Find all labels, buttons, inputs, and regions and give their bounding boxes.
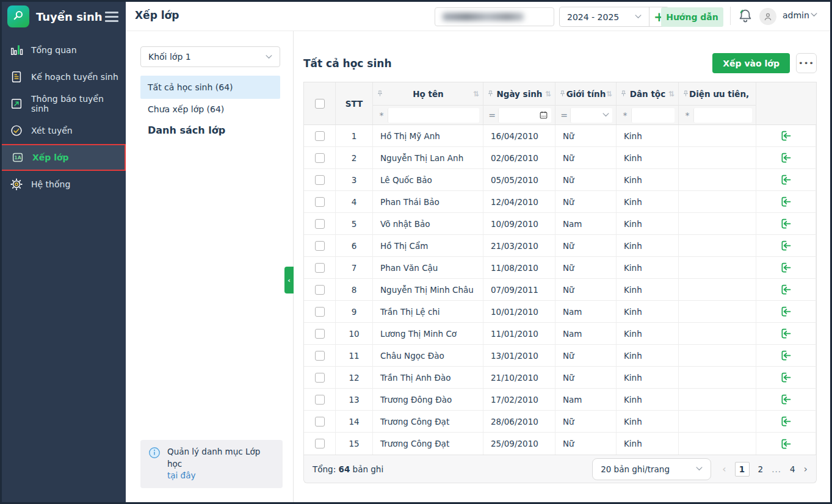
pin-icon[interactable] xyxy=(620,90,627,97)
row-checkbox[interactable] xyxy=(315,153,325,163)
row-checkbox[interactable] xyxy=(315,197,325,207)
page-4[interactable]: 4 xyxy=(790,464,795,474)
assign-student-icon[interactable] xyxy=(780,195,792,208)
prev-page-icon[interactable]: ‹ xyxy=(722,463,726,475)
row-checkbox[interactable] xyxy=(315,373,325,383)
pin-icon[interactable] xyxy=(559,90,566,97)
assign-student-icon[interactable] xyxy=(780,305,792,318)
gender-filter-select[interactable] xyxy=(570,108,612,123)
filter-unassigned-students[interactable]: Chưa xếp lớp (64) xyxy=(140,99,280,120)
row-checkbox[interactable] xyxy=(315,131,325,141)
assign-student-icon[interactable] xyxy=(780,129,792,142)
more-actions-button[interactable]: ••• xyxy=(796,53,817,73)
sidebar-item-overview[interactable]: Tổng quan xyxy=(0,37,126,63)
table-row: 7 Phan Văn Cậu 11/08/2010 Nữ Kinh xyxy=(304,257,816,279)
assign-student-icon[interactable] xyxy=(780,349,792,362)
cell-dob: 21/10/2010 xyxy=(483,367,555,388)
ethnicity-filter-input[interactable] xyxy=(631,108,675,123)
page-1[interactable]: 1 xyxy=(735,462,750,477)
pin-icon[interactable] xyxy=(377,90,383,97)
assign-student-icon[interactable] xyxy=(780,217,792,230)
menu-toggle-icon[interactable] xyxy=(105,10,118,23)
pin-icon[interactable] xyxy=(487,90,494,97)
collapse-panel-handle[interactable]: ‹ xyxy=(284,267,294,293)
filter-operator[interactable]: * xyxy=(620,110,630,120)
select-all-checkbox[interactable] xyxy=(315,99,325,109)
sort-icon[interactable]: ⇅ xyxy=(545,90,551,98)
sort-icon[interactable]: ⇅ xyxy=(473,90,479,98)
row-checkbox[interactable] xyxy=(315,417,325,427)
sidebar-item-admission-review[interactable]: Xét tuyển xyxy=(0,117,126,144)
assign-student-icon[interactable] xyxy=(780,261,792,274)
filter-operator[interactable]: * xyxy=(377,110,386,120)
filter-all-students[interactable]: Tất cả học sinh (64) xyxy=(140,76,280,99)
guide-button[interactable]: Hướng dẫn xyxy=(661,7,723,27)
grade-select[interactable]: Khối lớp 1 xyxy=(140,46,280,67)
main-content: Tất cả học sinh Xếp vào lớp ••• STT Họ t… xyxy=(294,31,832,504)
sidebar-item-label: Kế hoạch tuyển sinh xyxy=(31,72,118,82)
pin-icon[interactable] xyxy=(682,90,689,97)
name-filter-input[interactable] xyxy=(388,108,479,123)
sidebar-item-admission-announcement[interactable]: Thông báo tuyển sinh xyxy=(0,90,126,117)
filter-operator[interactable]: = xyxy=(559,110,569,120)
chevron-down-icon xyxy=(635,15,642,19)
school-search-input[interactable] xyxy=(435,7,554,26)
column-title[interactable]: Họ tên xyxy=(383,89,473,99)
cell-stt: 9 xyxy=(336,301,373,322)
row-checkbox[interactable] xyxy=(315,175,325,185)
app-window: Tuyển sinh Tổng quan Kế hoạch tuyển sinh xyxy=(0,0,832,504)
info-link[interactable]: tại đây xyxy=(167,470,195,480)
sidebar-item-system[interactable]: Hệ thống xyxy=(0,171,126,198)
row-checkbox[interactable] xyxy=(315,263,325,273)
assign-student-icon[interactable] xyxy=(780,415,792,428)
assign-student-icon[interactable] xyxy=(780,173,792,186)
chevron-down-icon[interactable] xyxy=(811,13,817,17)
assign-student-icon[interactable] xyxy=(780,327,792,340)
cell-stt: 3 xyxy=(336,169,373,190)
calendar-icon[interactable] xyxy=(539,110,548,120)
cell-priority xyxy=(679,433,756,455)
assign-student-icon[interactable] xyxy=(780,371,792,384)
username[interactable]: admin xyxy=(783,10,809,20)
notification-bell-icon[interactable] xyxy=(737,7,754,24)
filter-operator[interactable]: * xyxy=(682,110,692,120)
assign-to-class-button[interactable]: Xếp vào lớp xyxy=(712,53,790,73)
filter-operator[interactable]: = xyxy=(487,110,497,120)
avatar[interactable] xyxy=(759,8,776,25)
row-checkbox[interactable] xyxy=(315,307,325,317)
column-title[interactable]: Ngày sinh xyxy=(494,89,545,99)
assign-student-icon[interactable] xyxy=(780,393,792,406)
assign-student-icon[interactable] xyxy=(780,437,792,450)
table-row: 14 Trương Công Đạt 28/06/2010 Nữ Kinh xyxy=(304,411,816,433)
sort-icon[interactable]: ⇅ xyxy=(606,90,612,98)
page-2[interactable]: 2 xyxy=(758,464,764,474)
assign-student-icon[interactable] xyxy=(780,151,792,164)
table-row: 4 Phan Thái Bảo 12/04/2010 Nữ Kinh xyxy=(304,191,816,213)
dob-filter-input[interactable] xyxy=(498,108,551,123)
row-checkbox[interactable] xyxy=(315,219,325,229)
row-checkbox[interactable] xyxy=(315,439,325,448)
class-1a-icon: 1A xyxy=(10,151,26,164)
cell-stt: 14 xyxy=(336,411,373,432)
sidebar-item-class-assignment[interactable]: 1A Xếp lớp xyxy=(0,144,126,171)
row-checkbox[interactable] xyxy=(315,241,325,251)
cell-gender: Nữ xyxy=(555,169,617,190)
row-checkbox[interactable] xyxy=(315,395,325,405)
table-row: 5 Võ nhật Bảo 10/09/2010 Nam Kinh xyxy=(304,213,816,235)
row-checkbox[interactable] xyxy=(315,351,325,361)
next-page-icon[interactable]: › xyxy=(804,463,808,475)
cell-dob: 05/05/2010 xyxy=(483,169,555,190)
page-size-select[interactable]: 20 bản ghi/trang xyxy=(592,458,711,480)
sidebar-item-admission-plan[interactable]: Kế hoạch tuyển sinh xyxy=(0,63,126,90)
column-title[interactable]: Dân tộc xyxy=(627,89,668,99)
cell-name: Phan Thái Bảo xyxy=(373,191,483,212)
row-checkbox[interactable] xyxy=(315,285,325,295)
row-checkbox[interactable] xyxy=(315,329,325,339)
assign-student-icon[interactable] xyxy=(780,283,792,296)
school-year-select[interactable]: 2024 - 2025 xyxy=(560,7,649,26)
column-title[interactable]: Diện ưu tiên, Kh xyxy=(689,89,752,99)
priority-filter-input[interactable] xyxy=(693,108,752,123)
sort-icon[interactable]: ⇅ xyxy=(668,90,675,98)
assign-student-icon[interactable] xyxy=(780,239,792,252)
column-title[interactable]: Giới tính xyxy=(566,89,606,99)
